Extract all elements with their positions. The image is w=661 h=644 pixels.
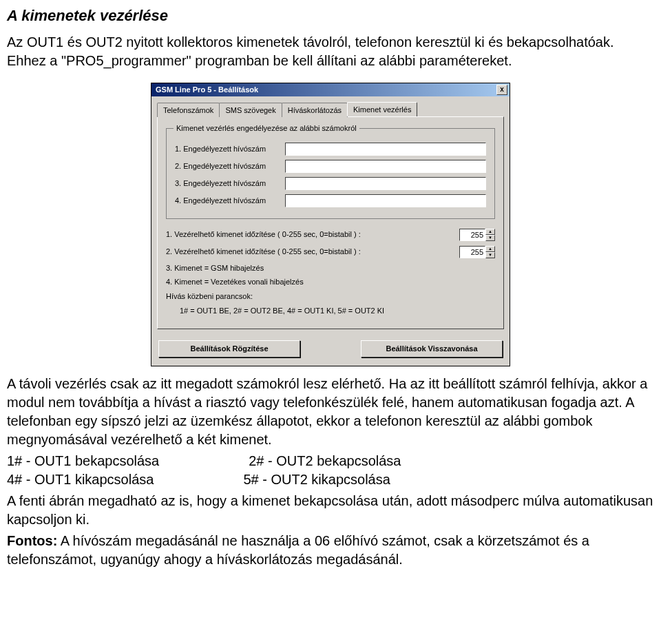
- spinner-down-icon[interactable]: ▼: [485, 235, 495, 241]
- tab-telefonszamok[interactable]: Telefonszámok: [157, 103, 220, 117]
- cmd-2-on: 2# - OUT2 bekapcsolása: [249, 452, 401, 470]
- fontos-label: Fontos:: [7, 533, 57, 548]
- body-paragraph-2: A fenti ábrán megadható az is, hogy a ki…: [7, 492, 654, 529]
- field-label-3: 3. Engedélyezett hívószám: [175, 178, 278, 189]
- cmds-title: Hívás közbeni parancsok:: [166, 291, 495, 302]
- tab-hivaskorlatozas[interactable]: Híváskorlátozás: [282, 103, 348, 117]
- tab-sms-szovegek[interactable]: SMS szövegek: [219, 103, 282, 117]
- timeout-1-value[interactable]: 255: [459, 229, 485, 241]
- tab-body: Kimenet vezérlés engedélyezése az alábbi…: [157, 116, 504, 329]
- group-label: Kimenet vezérlés engedélyezése az alábbi…: [174, 123, 359, 134]
- cmd-1-off: 4# - OUT1 kikapcsolása: [7, 470, 154, 489]
- close-icon[interactable]: x: [496, 85, 507, 95]
- tab-kimenet-vezerles[interactable]: Kimenet vezérlés: [347, 102, 417, 116]
- cmd-2-off: 5# - OUT2 kikapcsolása: [243, 470, 390, 489]
- save-button[interactable]: Beállítások Rögzítése: [158, 340, 300, 357]
- allowed-number-1-input[interactable]: [285, 143, 486, 156]
- info-line-3: 3. Kimenet = GSM hibajelzés: [166, 263, 495, 273]
- timeout-1-spinner[interactable]: 255 ▲ ▼: [459, 229, 495, 241]
- tabs-row: Telefonszámok SMS szövegek Híváskorlátoz…: [151, 96, 510, 116]
- intro-paragraph: Az OUT1 és OUT2 nyitott kollektoros kime…: [7, 33, 654, 70]
- page-heading: A kimenetek vezérlése: [7, 6, 654, 26]
- allowed-number-2-input[interactable]: [285, 160, 486, 173]
- allowed-number-4-input[interactable]: [285, 194, 486, 207]
- dialog-titlebar: GSM Line Pro 5 - Beállítások x: [151, 83, 510, 96]
- field-label-2: 2. Engedélyezett hívószám: [175, 161, 278, 172]
- settings-dialog: GSM Line Pro 5 - Beállítások x Telefonsz…: [151, 83, 510, 366]
- commands-row-2: 4# - OUT1 kikapcsolása 5# - OUT2 kikapcs…: [7, 470, 654, 489]
- field-label-4: 4. Engedélyezett hívószám: [175, 196, 278, 206]
- timeout-2-value[interactable]: 255: [459, 246, 485, 258]
- timeout-2-spinner[interactable]: 255 ▲ ▼: [459, 246, 495, 258]
- fontos-text: A hívószám megadásánál ne használja a 06…: [7, 533, 589, 567]
- allow-numbers-group: Kimenet vezérlés engedélyezése az alábbi…: [166, 128, 495, 219]
- body-paragraph-3: Fontos: A hívószám megadásánál ne haszná…: [7, 532, 654, 569]
- field-label-1: 1. Engedélyezett hívószám: [175, 144, 278, 154]
- allowed-number-3-input[interactable]: [285, 177, 486, 190]
- commands-row-1: 1# - OUT1 bekapcsolása 2# - OUT2 bekapcs…: [7, 452, 654, 470]
- spinner-label-1: 1. Vezérelhető kimenet időzítése ( 0-255…: [166, 229, 459, 240]
- info-line-4: 4. Kimenet = Vezetékes vonali hibajelzés: [166, 277, 495, 287]
- spinner-up-icon[interactable]: ▲: [485, 229, 495, 235]
- body-paragraph-1: A távoli vezérlés csak az itt megadott s…: [7, 375, 654, 449]
- spinner-label-2: 2. Vezérelhető kimenet időzítése ( 0-255…: [166, 247, 459, 257]
- cmds-line: 1# = OUT1 BE, 2# = OUT2 BE, 4# = OUT1 KI…: [180, 306, 495, 316]
- spinner-down-icon[interactable]: ▼: [485, 252, 495, 258]
- dialog-title: GSM Line Pro 5 - Beállítások: [156, 85, 258, 95]
- spinner-up-icon[interactable]: ▲: [485, 246, 495, 252]
- cmd-1-on: 1# - OUT1 bekapcsolása: [7, 452, 159, 470]
- cancel-button[interactable]: Beállítások Visszavonása: [361, 340, 503, 357]
